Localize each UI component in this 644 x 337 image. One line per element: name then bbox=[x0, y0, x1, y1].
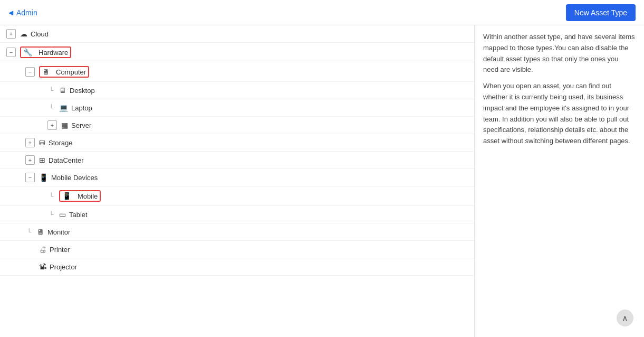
tree-row[interactable]: └ ▭ Tablet bbox=[0, 206, 474, 223]
main-content: + ☁ Cloud − 🔧 Hardware − 🖥 Computer └ 🖥 … bbox=[0, 25, 644, 337]
tablet-icon: ▭ bbox=[59, 210, 66, 219]
tree-item-label: Monitor bbox=[47, 228, 70, 236]
computer-icon: 🖥 bbox=[42, 68, 50, 76]
tree-row[interactable]: └ 🖥 Desktop bbox=[0, 82, 474, 99]
desktop-icon: 🖥 bbox=[59, 86, 66, 95]
tree-row[interactable]: − 🖥 Computer bbox=[0, 62, 474, 82]
connector: └ bbox=[25, 227, 33, 237]
expand-computer-button[interactable]: − bbox=[25, 67, 35, 77]
connector: └ bbox=[47, 103, 55, 113]
tree-item-label: DataCenter bbox=[49, 156, 83, 164]
projector-icon: 📽 bbox=[39, 263, 46, 271]
tree-row[interactable]: └ 💻 Laptop bbox=[0, 99, 474, 117]
scroll-to-top-button[interactable]: ∧ bbox=[617, 310, 633, 326]
expand-server-button[interactable]: + bbox=[47, 120, 57, 130]
tree-row[interactable]: + ⊞ DataCenter bbox=[0, 152, 474, 169]
tree-item-label: Server bbox=[71, 121, 91, 129]
asset-type-tree: + ☁ Cloud − 🔧 Hardware − 🖥 Computer └ 🖥 … bbox=[0, 25, 475, 337]
tree-item-label: Computer bbox=[56, 68, 86, 76]
tree-item-label: Mobile Devices bbox=[51, 174, 98, 182]
mobile-icon: 📱 bbox=[62, 192, 71, 200]
tree-item-label: Cloud bbox=[31, 30, 49, 38]
admin-label: Admin bbox=[16, 8, 37, 17]
tree-item-label: Storage bbox=[49, 139, 73, 147]
spacer bbox=[25, 245, 35, 254]
storage-icon: ⛁ bbox=[39, 138, 45, 147]
header: ◀ Admin New Asset Type bbox=[0, 0, 644, 25]
info-paragraph-1: Within another asset type, and have seve… bbox=[483, 32, 636, 76]
monitor-icon: 🖥 bbox=[37, 228, 44, 236]
connector: └ bbox=[47, 191, 55, 201]
back-arrow-icon: ◀ bbox=[8, 9, 13, 16]
tree-row[interactable]: + ☁ Cloud bbox=[0, 25, 474, 43]
expand-hardware-button[interactable]: − bbox=[6, 48, 16, 57]
cloud-icon: ☁ bbox=[20, 30, 27, 38]
tree-row[interactable]: + ▦ Server bbox=[0, 117, 474, 134]
computer-highlight: 🖥 Computer bbox=[39, 66, 89, 78]
tree-item-label: Laptop bbox=[71, 104, 92, 112]
laptop-icon: 💻 bbox=[59, 104, 68, 112]
server-icon: ▦ bbox=[61, 121, 68, 129]
tree-row[interactable]: 📽 Projector bbox=[0, 258, 474, 276]
tree-item-label: Hardware bbox=[39, 49, 68, 57]
expand-storage-button[interactable]: + bbox=[25, 138, 35, 147]
info-panel: Within another asset type, and have seve… bbox=[475, 25, 644, 337]
tree-row[interactable]: + ⛁ Storage bbox=[0, 134, 474, 152]
tree-row[interactable]: └ 🖥 Monitor bbox=[0, 223, 474, 241]
datacenter-icon: ⊞ bbox=[39, 156, 45, 164]
expand-mobile-devices-button[interactable]: − bbox=[25, 173, 35, 182]
new-asset-type-button[interactable]: New Asset Type bbox=[566, 4, 636, 21]
connector: └ bbox=[47, 210, 55, 219]
hardware-icon: 🔧 bbox=[23, 48, 32, 57]
tree-item-label: Mobile bbox=[78, 192, 98, 200]
tree-row[interactable]: 🖨 Printer bbox=[0, 241, 474, 258]
tree-item-label: Desktop bbox=[70, 87, 95, 95]
expand-datacenter-button[interactable]: + bbox=[25, 155, 35, 165]
tree-item-label: Projector bbox=[50, 263, 77, 271]
mobile-devices-icon: 📱 bbox=[39, 173, 48, 182]
tree-row[interactable]: − 📱 Mobile Devices bbox=[0, 169, 474, 186]
tree-item-label: Printer bbox=[50, 246, 70, 254]
admin-link[interactable]: ◀ Admin bbox=[8, 8, 37, 17]
spacer bbox=[25, 262, 35, 272]
connector: └ bbox=[47, 86, 55, 95]
info-paragraph-2: When you open an asset, you can find out… bbox=[483, 81, 636, 147]
expand-cloud-button[interactable]: + bbox=[6, 29, 16, 39]
tree-row[interactable]: − 🔧 Hardware bbox=[0, 43, 474, 62]
tree-item-label: Tablet bbox=[69, 211, 88, 219]
hardware-highlight: 🔧 Hardware bbox=[20, 46, 71, 58]
mobile-highlight: 📱 Mobile bbox=[59, 190, 101, 202]
tree-row[interactable]: └ 📱 Mobile bbox=[0, 186, 474, 206]
printer-icon: 🖨 bbox=[39, 245, 46, 254]
